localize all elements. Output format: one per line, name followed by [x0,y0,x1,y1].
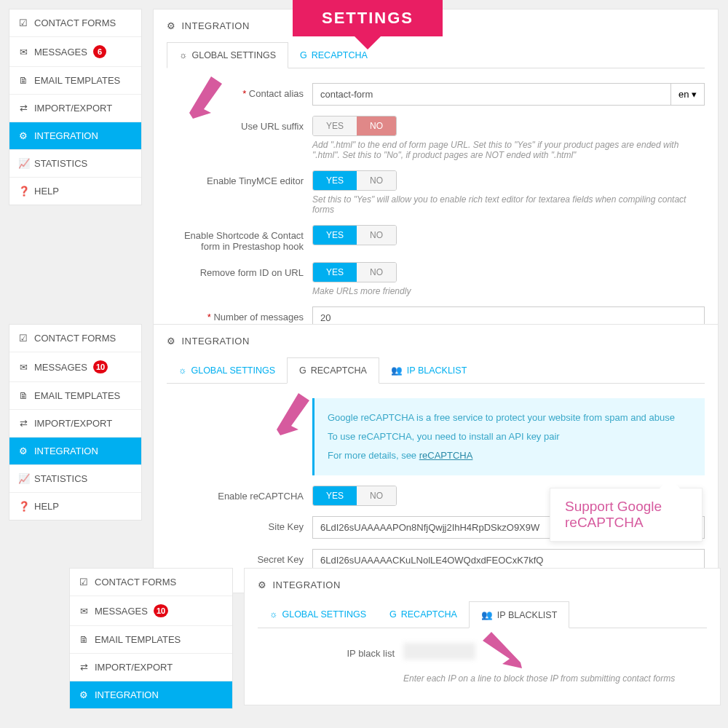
url-suffix-toggle[interactable]: YESNO [312,116,397,136]
remove-id-toggle[interactable]: YESNO [312,262,397,282]
gear-icon: ☼ [269,609,277,620]
sidebar: ☑CONTACT FORMS ✉MESSAGES 6 🗎EMAIL TEMPLA… [9,9,142,205]
arrow-icon [269,386,313,437]
form-label: Contact alias [249,88,304,99]
transfer-icon: ⇄ [18,103,28,114]
settings-banner: SETTINGS [293,0,443,36]
form-label: Remove form ID on URL [167,262,312,278]
sidebar-item-messages[interactable]: ✉MESSAGES 10 [70,596,232,626]
arrow-icon [477,626,528,670]
shortcode-toggle[interactable]: YESNO [312,225,397,245]
form-label: Site Key [167,516,312,532]
tab-global-settings[interactable]: ☼GLOBAL SETTINGS [258,601,378,628]
sidebar-item-import-export[interactable]: ⇄IMPORT/EXPORT [9,95,141,122]
enable-recaptcha-toggle[interactable]: YESNO [312,486,397,506]
tab-ip-blacklist[interactable]: 👥IP BLACKLIST [379,357,478,383]
sidebar-item-help[interactable]: ❓HELP [9,178,141,205]
google-icon: G [300,50,307,60]
sidebar-item-contact-forms[interactable]: ☑CONTACT FORMS [9,9,141,37]
google-icon: G [389,609,397,620]
sidebar-item-help[interactable]: ❓HELP [9,493,141,520]
sidebar-item-statistics[interactable]: 📈STATISTICS [9,465,141,493]
sidebar-item-messages[interactable]: ✉MESSAGES 10 [9,352,141,382]
messages-badge: 10 [93,360,108,373]
arrow-icon [182,69,226,120]
sidebar-item-integration[interactable]: ⚙INTEGRATION [9,438,141,465]
messages-badge: 6 [93,45,106,58]
checklist-icon: ☑ [18,17,28,28]
help-text: Set this to "Yes" will allow you to enab… [312,194,705,215]
sidebar-item-email-templates[interactable]: 🗎EMAIL TEMPLATES [9,382,141,410]
svg-marker-1 [277,393,309,435]
content-panel: ⚙ INTEGRATION ☼GLOBAL SETTINGS GRECAPTCH… [153,324,719,593]
help-text: Make URLs more friendly [312,286,705,296]
contact-alias-input[interactable] [312,83,671,106]
sidebar-item-messages[interactable]: ✉MESSAGES 6 [9,37,141,67]
sidebar: ☑CONTACT FORMS ✉MESSAGES 10 🗎EMAIL TEMPL… [9,324,142,521]
comment-icon: ✉ [18,47,28,58]
users-icon: 👥 [481,609,493,620]
sidebar-item-import-export[interactable]: ⇄IMPORT/EXPORT [70,654,232,681]
sidebar-item-email-templates[interactable]: 🗎EMAIL TEMPLATES [9,67,141,95]
gear-icon: ☼ [178,365,186,376]
sidebar-item-integration[interactable]: ⚙INTEGRATION [9,122,141,150]
sidebar-item-contact-forms[interactable]: ☑CONTACT FORMS [70,569,232,596]
cogs-icon: ⚙ [167,20,176,31]
form-label: Enable reCAPTCHA [167,486,312,502]
content-panel: ⚙ INTEGRATION ☼GLOBAL SETTINGS GRECAPTCH… [153,9,719,366]
form-label: Enable TinyMCE editor [167,170,312,186]
ip-blacklist-value: hidden [403,643,475,660]
callout-support-recaptcha: Support GooglereCAPTCHA [550,488,703,542]
content-header: ⚙ INTEGRATION [167,336,705,347]
users-icon: 👥 [391,365,403,376]
help-text: Add ".html" to the end of form page URL.… [312,140,705,160]
tab-recaptcha[interactable]: GRECAPTCHA [287,357,379,384]
help-text: Enter each IP on a line to block those I… [403,673,707,684]
recaptcha-link[interactable]: reCAPTCHA [419,450,473,461]
form-label: Secret Key [167,549,312,565]
content-header: ⚙ INTEGRATION [258,579,707,590]
chart-icon: 📈 [18,158,28,169]
messages-badge: 10 [154,604,168,617]
sidebar-item-contact-forms[interactable]: ☑CONTACT FORMS [9,325,141,352]
sidebar-item-import-export[interactable]: ⇄IMPORT/EXPORT [9,410,141,438]
tab-ip-blacklist[interactable]: 👥IP BLACKLIST [469,601,569,628]
svg-marker-0 [189,76,222,119]
recaptcha-info: Google reCAPTCHA is a free service to pr… [312,398,705,475]
language-selector[interactable]: en ▾ [671,83,705,106]
google-icon: G [299,365,306,376]
tab-global-settings[interactable]: ☼GLOBAL SETTINGS [167,357,287,383]
tabs: ☼GLOBAL SETTINGS GRECAPTCHA [167,42,705,68]
sidebar-item-email-templates[interactable]: 🗎EMAIL TEMPLATES [70,626,232,654]
sidebar-item-statistics[interactable]: 📈STATISTICS [9,150,141,178]
cogs-icon: ⚙ [18,130,28,141]
tinymce-toggle[interactable]: YESNO [312,170,397,191]
tab-recaptcha[interactable]: GRECAPTCHA [378,601,469,628]
form-label: IP black list [258,643,403,659]
tab-global-settings[interactable]: ☼GLOBAL SETTINGS [167,42,288,68]
form-label: Enable Shortcode & Contact form in Prest… [167,225,312,252]
gear-icon: ☼ [179,50,187,60]
file-icon: 🗎 [18,75,28,86]
sidebar: ☑CONTACT FORMS ✉MESSAGES 10 🗎EMAIL TEMPL… [69,568,233,709]
sidebar-item-integration[interactable]: ⚙INTEGRATION [70,681,232,708]
help-icon: ❓ [18,186,28,197]
svg-marker-2 [483,632,522,668]
